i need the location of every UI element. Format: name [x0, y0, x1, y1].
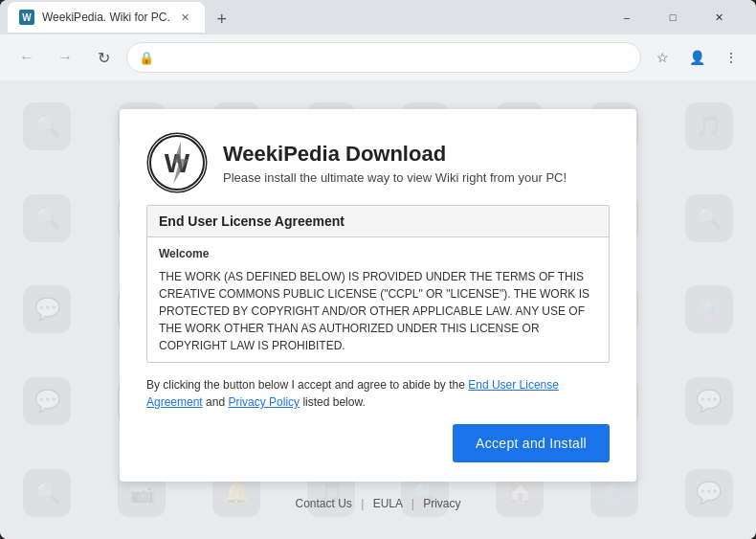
tab-favicon: W: [19, 10, 34, 25]
consent-text: By clicking the button below I accept an…: [146, 376, 610, 411]
maximize-button[interactable]: □: [651, 3, 695, 32]
bg-icon: 🎵: [685, 102, 733, 150]
eula-header: End User License Agreement: [147, 206, 609, 237]
footer-privacy-link[interactable]: Privacy: [423, 497, 460, 510]
bg-icon: 🔍: [23, 102, 71, 150]
bg-icon: ⚙️: [685, 285, 733, 333]
eula-body[interactable]: Welcome THE WORK (AS DEFINED BELOW) IS P…: [147, 237, 609, 362]
consent-prefix: By clicking the button below I accept an…: [146, 378, 468, 392]
app-logo: W: [146, 132, 208, 193]
tab-bar: W WeekiPedia. Wiki for PC. ✕ +: [8, 2, 605, 33]
footer-sep-2: |: [411, 497, 414, 510]
back-button[interactable]: ←: [11, 42, 42, 73]
button-area: Accept and Install: [146, 424, 610, 462]
bg-icon: 🔍: [23, 469, 71, 517]
app-title-section: WeekiPedia Download Please install the u…: [223, 142, 567, 185]
bg-icon: 💬: [685, 469, 733, 517]
tab-title: WeekiPedia. Wiki for PC.: [42, 11, 170, 24]
window-controls: – □ ✕: [605, 3, 741, 32]
reload-button[interactable]: ↻: [88, 42, 119, 73]
bg-icon: 🔍: [23, 194, 71, 242]
bg-icon: 🔍: [685, 194, 733, 242]
close-button[interactable]: ✕: [697, 3, 741, 32]
app-logo-svg: W: [146, 132, 208, 193]
title-bar: W WeekiPedia. Wiki for PC. ✕ + – □ ✕: [0, 0, 756, 34]
bg-icon: 💬: [685, 377, 733, 425]
bookmark-button[interactable]: ☆: [649, 44, 676, 71]
consent-middle: and: [203, 395, 229, 409]
minimize-button[interactable]: –: [605, 3, 649, 32]
bg-icon: 💬: [23, 377, 71, 425]
address-input[interactable]: [160, 51, 629, 65]
address-bar[interactable]: 🔒: [126, 42, 641, 73]
browser-window: W WeekiPedia. Wiki for PC. ✕ + – □ ✕ ← →…: [0, 0, 756, 539]
consent-suffix: listed below.: [300, 395, 366, 409]
app-tagline: Please install the ultimate way to view …: [223, 170, 567, 185]
accept-install-button[interactable]: Accept and Install: [453, 424, 610, 462]
bg-icon: 💬: [23, 285, 71, 333]
app-title: WeekiPedia Download: [223, 142, 567, 167]
app-header: W WeekiPedia Download Please install the…: [146, 132, 610, 193]
navigation-bar: ← → ↻ 🔒 ☆ 👤 ⋮: [0, 34, 756, 80]
forward-button[interactable]: →: [50, 42, 80, 73]
main-card: W WeekiPedia Download Please install the…: [120, 109, 636, 482]
profile-button[interactable]: 👤: [683, 44, 710, 71]
active-tab[interactable]: W WeekiPedia. Wiki for PC. ✕: [8, 2, 205, 33]
page-content: 🔍 📧 🏠 ⚙️ 💬 📷 🔔 🎵 🔍 🏠 ⚙️ 💬 📡 🏠 ⚙️ 🔍 💬 🏠 🎵…: [0, 80, 756, 539]
page-footer: Contact Us | EULA | Privacy: [295, 497, 460, 510]
privacy-link[interactable]: Privacy Policy: [228, 395, 300, 409]
menu-button[interactable]: ⋮: [718, 44, 745, 71]
tab-close-button[interactable]: ✕: [178, 10, 193, 25]
new-tab-button[interactable]: +: [209, 6, 235, 33]
footer-contact-link[interactable]: Contact Us: [295, 497, 351, 510]
lock-icon: 🔒: [139, 51, 154, 65]
eula-body-text: THE WORK (AS DEFINED BELOW) IS PROVIDED …: [159, 268, 597, 354]
footer-eula-link[interactable]: EULA: [373, 497, 403, 510]
footer-sep-1: |: [361, 497, 364, 510]
eula-welcome-label: Welcome: [159, 247, 209, 260]
eula-box: End User License Agreement Welcome THE W…: [146, 205, 610, 363]
